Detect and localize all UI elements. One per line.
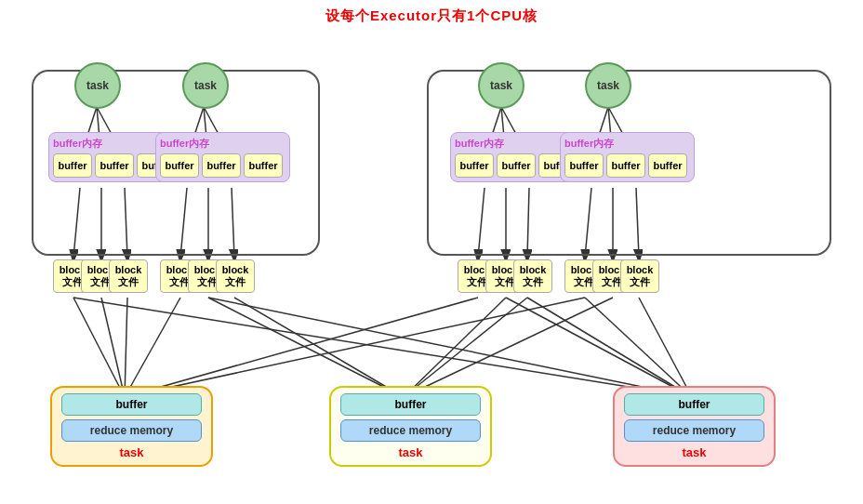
svg-line-31 bbox=[234, 298, 404, 397]
svg-line-27 bbox=[125, 298, 180, 397]
svg-line-26 bbox=[125, 298, 127, 397]
svg-line-24 bbox=[73, 298, 125, 397]
task-circle-4: task bbox=[585, 62, 631, 109]
svg-line-32 bbox=[404, 298, 506, 397]
buffer-mem-label-2: buffer内存 bbox=[160, 137, 285, 151]
buffer-box: buffer bbox=[455, 153, 494, 178]
reduce-buffer-2: buffer bbox=[340, 393, 481, 416]
reduce-memory-2: reduce memory bbox=[340, 419, 481, 442]
buffer-box: buffer bbox=[53, 153, 92, 178]
buffer-box: buffer bbox=[564, 153, 604, 178]
svg-line-29 bbox=[125, 298, 585, 397]
svg-line-38 bbox=[527, 298, 692, 397]
reduce-task-label-1: task bbox=[119, 445, 143, 459]
reduce-task-box-3: buffer reduce memory task bbox=[613, 386, 776, 467]
buffer-box: buffer bbox=[202, 153, 241, 178]
task-circle-1: task bbox=[74, 62, 121, 109]
svg-line-40 bbox=[639, 298, 692, 397]
task-circle-3: task bbox=[478, 62, 524, 109]
reduce-memory-1: reduce memory bbox=[61, 419, 202, 442]
task-circle-2: task bbox=[182, 62, 229, 109]
svg-line-30 bbox=[208, 298, 404, 397]
svg-line-34 bbox=[404, 298, 613, 397]
svg-line-33 bbox=[404, 298, 527, 397]
buffer-mem-label-4: buffer内存 bbox=[564, 137, 690, 151]
svg-line-37 bbox=[506, 298, 692, 397]
svg-line-39 bbox=[585, 298, 692, 397]
svg-line-36 bbox=[208, 298, 692, 397]
buffer-mem-area-2: buffer内存 buffer buffer buffer bbox=[155, 132, 290, 182]
reduce-task-box-1: buffer reduce memory task bbox=[50, 386, 213, 467]
svg-line-25 bbox=[101, 298, 125, 397]
buffer-mem-area-4: buffer内存 buffer buffer buffer bbox=[560, 132, 695, 182]
block-box: block文件 bbox=[109, 259, 148, 293]
svg-line-28 bbox=[125, 298, 478, 397]
page-title: 设每个Executor只有1个CPU核 bbox=[0, 0, 863, 25]
block-box: block文件 bbox=[513, 259, 552, 293]
buffer-box: buffer bbox=[160, 153, 199, 178]
block-box: block文件 bbox=[620, 259, 659, 293]
buffer-box: buffer bbox=[244, 153, 283, 178]
buffer-box: buffer bbox=[648, 153, 687, 178]
block-box: block文件 bbox=[216, 259, 255, 293]
reduce-task-label-2: task bbox=[398, 445, 422, 459]
reduce-memory-3: reduce memory bbox=[624, 419, 764, 442]
buffer-box: buffer bbox=[497, 153, 536, 178]
reduce-task-box-2: buffer reduce memory task bbox=[329, 386, 492, 467]
reduce-task-label-3: task bbox=[682, 445, 706, 459]
reduce-buffer-1: buffer bbox=[61, 393, 202, 416]
reduce-buffer-3: buffer bbox=[624, 393, 764, 416]
buffer-box: buffer bbox=[606, 153, 645, 178]
svg-line-35 bbox=[73, 298, 692, 397]
buffer-box: buffer bbox=[95, 153, 134, 178]
